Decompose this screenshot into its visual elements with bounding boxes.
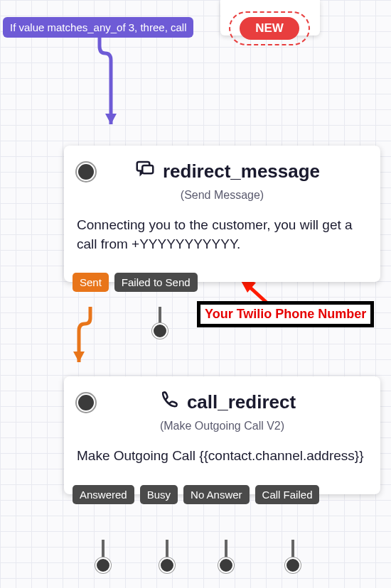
widget-title-text: redirect_message [163,160,320,183]
widget-title-text: call_redirect [187,391,296,413]
widget-body-text: Connecting you to the customer, you will… [75,216,369,254]
widget-call-redirect[interactable]: call_redirect (Make Outgoing Call V2) Ma… [64,376,380,494]
widget-subtitle: (Send Message) [75,189,369,202]
widget-subtitle: (Make Outgoing Call V2) [75,420,369,432]
svg-marker-0 [105,114,117,124]
svg-line-7 [242,280,267,303]
phone-icon [159,389,180,415]
new-badge-outline: NEW [229,11,310,45]
widget-redirect-message[interactable]: redirect_message (Send Message) Connecti… [64,146,380,282]
outcome-failed-to-send[interactable]: Failed to Send [114,273,198,292]
port-answered[interactable] [95,557,111,573]
outcome-sent[interactable]: Sent [73,273,109,292]
port-call-failed[interactable] [285,557,301,573]
svg-rect-10 [142,165,153,173]
port-failed-to-send[interactable] [152,323,168,339]
outcome-no-answer[interactable]: No Answer [183,485,250,504]
condition-pill[interactable]: If value matches_any_of 3, three, call [3,17,193,38]
outcome-busy[interactable]: Busy [140,485,178,504]
flow-canvas[interactable]: If value matches_any_of 3, three, call N… [0,0,391,588]
widget-body-text: Make Outgoing Call {{contact.channel.add… [75,447,369,466]
chat-icon [134,158,156,185]
annotation-text: Your Twilio Phone Number [205,307,366,321]
annotation-callout: Your Twilio Phone Number [197,301,374,327]
svg-marker-1 [73,352,85,362]
port-busy[interactable] [159,557,175,573]
new-badge[interactable]: NEW [240,17,299,40]
outcome-call-failed[interactable]: Call Failed [255,485,320,504]
outcome-answered[interactable]: Answered [73,485,134,504]
port-no-answer[interactable] [218,557,234,573]
